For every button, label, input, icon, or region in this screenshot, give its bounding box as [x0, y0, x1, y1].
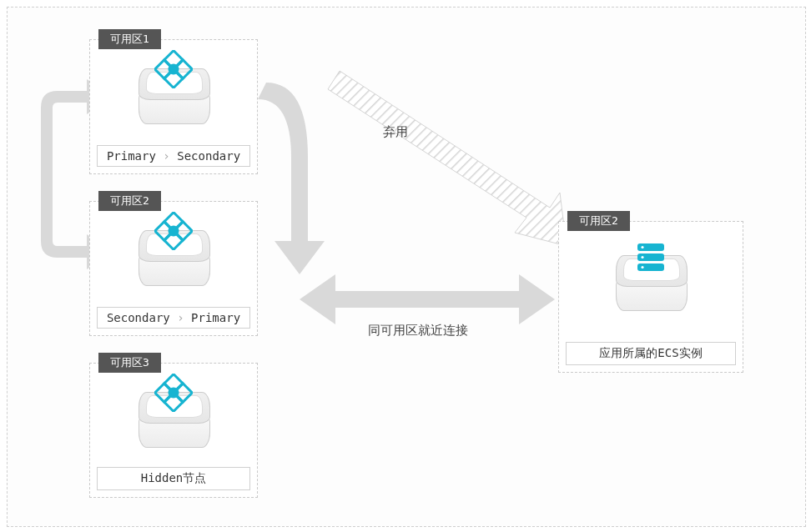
replica-icon: [154, 50, 193, 88]
zone-az3: 可用区3 Hidden节点: [89, 363, 258, 498]
ecs-node-icon: [613, 255, 688, 320]
svg-point-16: [169, 389, 178, 397]
nearby-label: 同可用区就近连接: [368, 323, 468, 339]
svg-point-21: [641, 256, 643, 258]
db-node-icon: [136, 230, 211, 295]
svg-point-20: [641, 246, 643, 248]
failover-arrow: [258, 83, 325, 274]
role-primary: Primary: [107, 149, 156, 163]
zone-ecs-title: 可用区2: [567, 211, 630, 231]
svg-point-22: [641, 266, 643, 269]
zone-ecs: 可用区2 应用所属的ECS实例: [558, 221, 743, 373]
replica-icon: [154, 374, 193, 412]
zone-ecs-label: 应用所属的ECS实例: [566, 342, 736, 365]
zone-az2-title: 可用区2: [98, 191, 161, 211]
role-primary: Primary: [191, 311, 240, 324]
deprecated-arrow: [328, 71, 567, 246]
deprecated-label: 弃用: [383, 124, 408, 140]
db-node-icon: [136, 68, 211, 133]
role-secondary: Secondary: [107, 311, 170, 324]
server-icon: [632, 238, 669, 275]
nearby-connection-arrow: [300, 274, 555, 324]
replica-icon: [154, 212, 193, 250]
zone-az2: 可用区2 Secondary › Primary: [89, 201, 258, 336]
svg-point-6: [169, 65, 178, 73]
zone-az1-title: 可用区1: [98, 29, 161, 49]
diagram-canvas: 弃用 同可用区就近连接 可用区1 Primary › Secondary: [7, 7, 806, 527]
zone-az3-title: 可用区3: [98, 353, 161, 373]
role-secondary: Secondary: [177, 149, 240, 163]
db-node-icon: [136, 392, 211, 457]
zone-az2-label: Secondary › Primary: [97, 307, 250, 329]
chevron-right-icon: ›: [177, 311, 184, 324]
zone-az1-label: Primary › Secondary: [97, 145, 250, 167]
zone-az3-label: Hidden节点: [97, 467, 250, 490]
chevron-right-icon: ›: [163, 149, 169, 163]
svg-point-11: [169, 227, 178, 235]
zone-az1: 可用区1 Primary › Secondary: [89, 39, 258, 174]
